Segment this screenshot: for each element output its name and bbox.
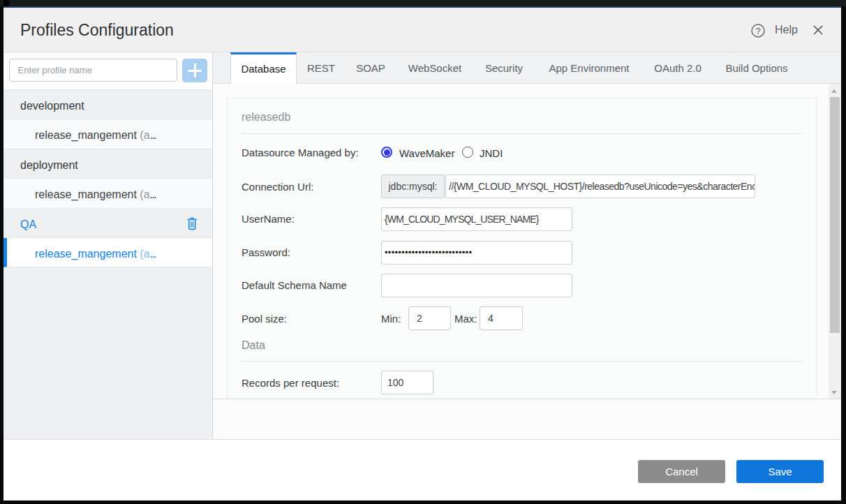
svg-text:?: ? — [755, 26, 760, 36]
